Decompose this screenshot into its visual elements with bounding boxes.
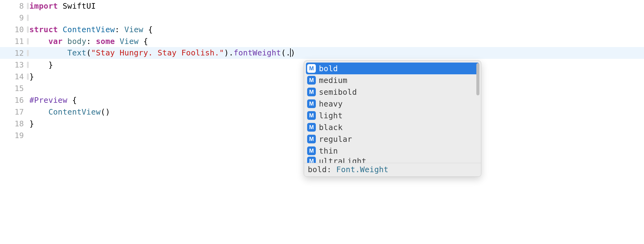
autocomplete-label: bold xyxy=(319,64,338,73)
member-icon: M xyxy=(307,99,316,108)
code-content[interactable]: } xyxy=(29,119,34,128)
autocomplete-item[interactable]: Mregular xyxy=(304,133,481,145)
line-number: 11 xyxy=(0,37,29,46)
text-cursor xyxy=(290,48,291,57)
code-line[interactable]: 10struct ContentView: View { xyxy=(0,24,644,35)
line-number: 8 xyxy=(0,2,29,11)
member-icon: M xyxy=(307,123,316,132)
autocomplete-label: thin xyxy=(319,146,338,155)
code-line[interactable]: 9 xyxy=(0,12,644,24)
line-number: 14 xyxy=(0,72,29,81)
member-icon: M xyxy=(307,135,316,143)
line-number: 13 xyxy=(0,60,29,69)
autocomplete-label: medium xyxy=(319,76,347,85)
line-number: 12 xyxy=(0,49,29,58)
fold-indicator[interactable] xyxy=(27,73,29,80)
autocomplete-footer-type: Font.Weight xyxy=(336,165,389,174)
autocomplete-label: heavy xyxy=(319,99,343,108)
autocomplete-item[interactable]: Mlight xyxy=(304,110,481,121)
line-number: 16 xyxy=(0,96,29,105)
autocomplete-footer-name: bold xyxy=(308,165,327,174)
fold-indicator[interactable] xyxy=(27,15,29,21)
fold-indicator[interactable] xyxy=(27,62,29,68)
member-icon: M xyxy=(307,88,316,96)
autocomplete-item[interactable]: Mmedium xyxy=(304,74,481,86)
autocomplete-item[interactable]: MultraLight xyxy=(304,157,481,163)
code-content[interactable]: } xyxy=(29,72,34,81)
autocomplete-label: regular xyxy=(319,135,352,144)
autocomplete-label: semibold xyxy=(319,88,357,97)
member-icon: M xyxy=(307,111,316,120)
autocomplete-item[interactable]: Mblack xyxy=(304,121,481,133)
code-content[interactable]: struct ContentView: View { xyxy=(29,25,153,34)
code-line[interactable]: 12 Text("Stay Hungry. Stay Foolish.").fo… xyxy=(0,47,644,59)
member-icon: M xyxy=(307,146,316,155)
fold-indicator[interactable] xyxy=(27,50,29,56)
member-icon: M xyxy=(307,157,316,163)
member-icon: M xyxy=(307,64,316,73)
code-line[interactable]: 8import SwiftUI xyxy=(0,0,644,12)
code-content[interactable]: } xyxy=(29,60,53,69)
member-icon: M xyxy=(307,76,316,85)
code-content[interactable]: import SwiftUI xyxy=(29,2,96,11)
code-content[interactable]: ContentView() xyxy=(29,107,110,116)
autocomplete-popup: MboldMmediumMsemiboldMheavyMlightMblackM… xyxy=(304,60,481,177)
autocomplete-footer: bold: Font.Weight xyxy=(304,163,481,176)
autocomplete-item[interactable]: Mthin xyxy=(304,145,481,157)
code-content[interactable]: #Preview { xyxy=(29,96,77,105)
autocomplete-scrollbar[interactable] xyxy=(476,63,479,95)
line-number: 15 xyxy=(0,84,29,93)
line-number: 17 xyxy=(0,107,29,116)
fold-indicator[interactable] xyxy=(27,3,29,9)
autocomplete-label: ultraLight xyxy=(319,157,367,163)
autocomplete-item[interactable]: Mheavy xyxy=(304,98,481,110)
code-line[interactable]: 11 var body: some View { xyxy=(0,35,644,47)
autocomplete-item[interactable]: Msemibold xyxy=(304,86,481,98)
line-number: 18 xyxy=(0,119,29,128)
code-content[interactable]: Text("Stay Hungry. Stay Foolish.").fontW… xyxy=(29,48,295,58)
line-number: 9 xyxy=(0,13,29,22)
autocomplete-item[interactable]: Mbold xyxy=(306,63,479,74)
code-content[interactable]: var body: some View { xyxy=(29,37,148,46)
line-number: 19 xyxy=(0,131,29,140)
autocomplete-label: black xyxy=(319,123,343,132)
autocomplete-label: light xyxy=(319,111,343,120)
fold-indicator[interactable] xyxy=(27,38,29,45)
autocomplete-list[interactable]: MboldMmediumMsemiboldMheavyMlightMblackM… xyxy=(304,61,481,163)
fold-indicator[interactable] xyxy=(27,26,29,33)
line-number: 10 xyxy=(0,25,29,34)
